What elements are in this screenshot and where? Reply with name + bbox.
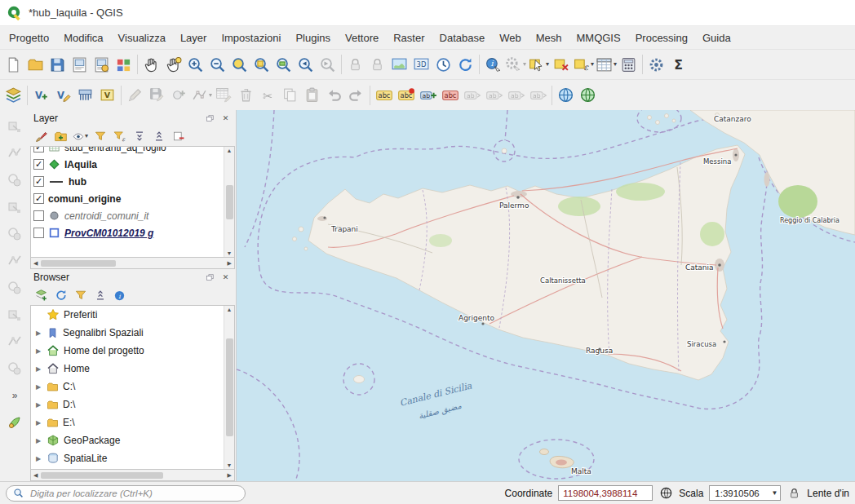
scrollbar-thumb[interactable] <box>41 472 163 479</box>
modify-attributes-button[interactable] <box>213 84 235 106</box>
vertex-tool-button[interactable]: ▾ <box>190 84 213 106</box>
tree-expand-icon[interactable]: ▶ <box>34 383 42 391</box>
close-panel-icon[interactable]: ✕ <box>219 113 232 124</box>
browser-item-drive-c[interactable]: ▶ C:\ <box>31 378 234 396</box>
highlight-labels-button[interactable] <box>417 84 439 106</box>
add-ring-icon[interactable] <box>4 224 25 244</box>
add-feature-button[interactable] <box>168 84 190 106</box>
layout-manager-button[interactable] <box>91 54 113 76</box>
paste-features-button[interactable] <box>301 84 323 106</box>
close-panel-icon[interactable]: ✕ <box>219 272 232 283</box>
menu-guida[interactable]: Guida <box>695 29 738 47</box>
zoom-to-selection-button[interactable] <box>250 54 272 76</box>
browser-item-drive-e[interactable]: ▶ E:\ <box>31 413 234 431</box>
split-features-icon[interactable] <box>4 359 25 378</box>
layer-labeling-button[interactable] <box>373 84 395 106</box>
scrollbar-thumb[interactable] <box>226 185 233 219</box>
zoom-in-button[interactable] <box>184 54 206 76</box>
filter-by-expression-icon[interactable] <box>112 129 127 144</box>
refresh-browser-icon[interactable] <box>53 288 69 303</box>
filter-browser-icon[interactable] <box>73 288 88 303</box>
layer-checkbox[interactable]: ✓ <box>33 176 44 187</box>
pan-map-button[interactable] <box>140 54 162 76</box>
zoom-last-button[interactable] <box>295 54 317 76</box>
pan-to-selection-button[interactable] <box>162 54 184 76</box>
locator-search[interactable] <box>6 485 246 502</box>
new-map-view-button[interactable] <box>388 54 410 76</box>
layer-name[interactable]: stud_entranti_aq_foglio <box>64 146 166 153</box>
add-part-icon[interactable] <box>4 251 25 271</box>
data-source-manager-button[interactable] <box>2 84 24 106</box>
new-project-button[interactable] <box>2 54 24 76</box>
new-virtual-layer-button[interactable] <box>74 84 96 106</box>
add-group-icon[interactable] <box>53 129 69 144</box>
zoom-to-layer-button[interactable] <box>272 54 295 76</box>
browser-item-drive-d[interactable]: ▶ D:\ <box>31 396 234 413</box>
scroll-up-icon[interactable]: ▲ <box>227 307 233 312</box>
scroll-down-icon[interactable]: ▼ <box>227 462 233 468</box>
layer-checkbox[interactable]: ✓ <box>33 146 44 153</box>
redo-button[interactable] <box>345 84 367 106</box>
collapse-all-icon[interactable] <box>151 129 166 144</box>
run-feature-action-button[interactable]: ▾ <box>504 54 527 76</box>
browser-item-preferiti[interactable]: Preferiti <box>31 306 234 324</box>
scroll-left-icon[interactable]: ◀ <box>33 260 38 267</box>
save-layer-edits-button[interactable] <box>146 84 168 106</box>
select-by-expression-button[interactable]: ▾ <box>572 54 595 76</box>
open-project-button[interactable] <box>24 54 47 76</box>
cut-features-button[interactable] <box>257 84 279 106</box>
menu-layer[interactable]: Layer <box>173 29 215 47</box>
layer-checkbox[interactable]: ✓ <box>33 159 44 170</box>
menu-visualizza[interactable]: Visualizza <box>111 29 173 47</box>
scale-select[interactable]: 1:3910506 ▼ <box>709 485 781 501</box>
delete-selected-button[interactable] <box>235 84 257 106</box>
layer-checkbox[interactable]: ✓ <box>33 210 44 221</box>
scroll-left-icon[interactable]: ◀ <box>33 472 38 479</box>
menu-database[interactable]: Database <box>432 29 493 47</box>
field-calculator-button[interactable] <box>618 54 640 76</box>
scroll-right-icon[interactable]: ▶ <box>228 472 232 479</box>
zoom-next-button[interactable] <box>317 54 339 76</box>
layer-checkbox[interactable]: ✓ <box>33 228 44 238</box>
scroll-down-icon[interactable]: ▼ <box>227 250 233 256</box>
tree-expand-icon[interactable]: ▶ <box>34 455 42 462</box>
tree-expand-icon[interactable]: ▶ <box>34 329 42 337</box>
save-project-button[interactable] <box>47 54 69 76</box>
menu-impostazioni[interactable]: Impostazioni <box>214 29 288 47</box>
scrollbar-thumb[interactable] <box>41 260 116 267</box>
browser-item-project-home[interactable]: ▶ Home del progetto <box>31 342 234 360</box>
rotate-label-button[interactable] <box>483 84 505 106</box>
layer-row[interactable]: ✓ comuni_origine <box>31 190 234 207</box>
change-label-button[interactable] <box>505 84 527 106</box>
manage-map-themes-icon[interactable]: ▾ <box>73 129 88 144</box>
undo-button[interactable] <box>323 84 345 106</box>
layer-row[interactable]: ✓ lAquila <box>31 156 234 173</box>
extents-globe-icon[interactable] <box>658 486 673 501</box>
layer-tree-horizontal-scrollbar[interactable]: ◀ ▶ <box>30 258 235 269</box>
tree-expand-icon[interactable]: ▶ <box>34 419 42 427</box>
float-panel-icon[interactable] <box>204 272 216 283</box>
open-layer-styling-icon[interactable] <box>33 129 49 144</box>
layer-name[interactable]: lAquila <box>64 159 97 170</box>
layer-row[interactable]: ✓ hub <box>31 173 234 190</box>
layer-name[interactable]: ProvCM01012019 g <box>64 228 153 239</box>
move-label-button[interactable] <box>461 84 483 106</box>
layer-row[interactable]: ✓ ProvCM01012019 g <box>31 224 234 241</box>
offset-curve-icon[interactable] <box>4 305 25 325</box>
options-gear-button[interactable] <box>645 54 667 76</box>
toolbar-overflow-icon[interactable]: » <box>4 386 25 405</box>
pin-labels-button[interactable] <box>395 84 417 106</box>
menu-progetto[interactable]: Progetto <box>2 29 56 47</box>
simplify-feature-icon[interactable] <box>4 197 25 217</box>
toggle-editing-button[interactable] <box>124 84 146 106</box>
style-manager-button[interactable] <box>113 54 135 76</box>
tree-expand-icon[interactable]: ▶ <box>34 437 42 444</box>
metasearch-globe-button[interactable] <box>555 84 577 106</box>
rotate-feature-icon[interactable] <box>4 170 25 190</box>
browser-item-spatialite[interactable]: ▶ SpatiaLite <box>31 449 234 467</box>
zoom-out-button[interactable] <box>206 54 228 76</box>
float-panel-icon[interactable] <box>204 113 216 124</box>
browser-item-home[interactable]: ▶ Home <box>31 360 234 378</box>
scroll-up-icon[interactable]: ▲ <box>227 148 233 153</box>
zoom-full-extent-button[interactable] <box>228 54 250 76</box>
